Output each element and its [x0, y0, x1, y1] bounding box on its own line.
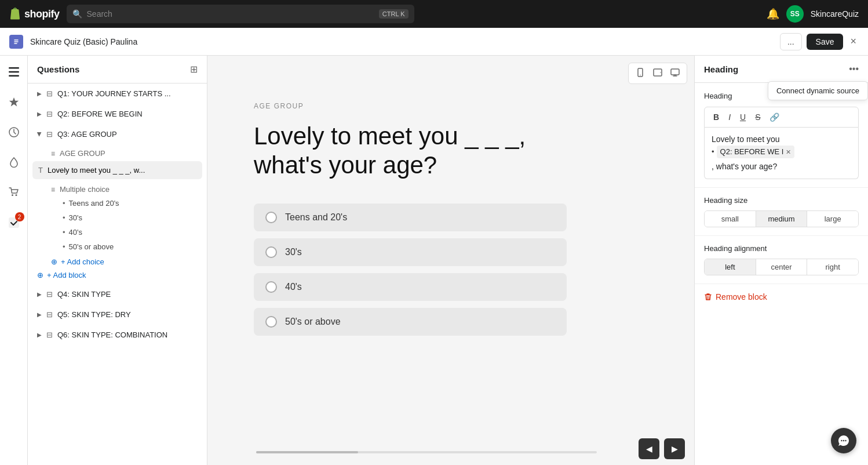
heading-active-item[interactable]: T Lovely to meet you _ _ _, w... [32, 161, 202, 179]
multiple-choice-label: Multiple choice [60, 185, 110, 194]
choice-option-50s[interactable]: 50's or above [254, 308, 567, 336]
user-avatar[interactable]: SS [786, 5, 804, 23]
notifications-icon[interactable]: 🔔 [767, 8, 779, 20]
more-options-button[interactable]: ... [780, 33, 802, 50]
expand-panel-icon[interactable]: ⊞ [190, 64, 198, 75]
question-item-q5[interactable]: ▶ ⊟ Q5: SKIN TYPE: DRY [28, 304, 207, 325]
scrollbar-thumb [256, 451, 358, 453]
right-panel-more-icon[interactable]: ••• [849, 64, 859, 74]
shopify-wordmark: shopify [24, 8, 60, 20]
next-nav-button[interactable]: ▶ [664, 438, 685, 459]
questions-scroll-area[interactable]: ▶ ⊟ Q1: YOUR JOURNEY STARTS ... ▶ ⊟ Q2: … [28, 83, 207, 463]
svg-point-15 [843, 440, 844, 441]
right-panel: Heading ••• Connect dynamic source Headi… [694, 56, 868, 465]
connect-dynamic-tooltip[interactable]: Connect dynamic source [768, 81, 868, 100]
choice-text-50s: 50's or above [285, 317, 341, 327]
strikethrough-button[interactable]: S [752, 111, 763, 123]
shopify-logo: shopify [9, 8, 60, 20]
chevron-right-icon: ▶ [37, 90, 42, 97]
align-center-button[interactable]: center [756, 259, 808, 275]
link-button[interactable]: 🔗 [767, 111, 782, 123]
svg-point-16 [845, 440, 846, 441]
choice-text-40s: 40's [285, 282, 302, 292]
sub-header: Skincare Quiz (Basic) Paulina ... Save × [0, 28, 868, 56]
sidebar-item-check[interactable]: 2 [5, 213, 23, 232]
svg-rect-12 [671, 69, 679, 75]
remove-block-button[interactable]: Remove block [695, 284, 868, 310]
question-item-q6[interactable]: ▶ ⊟ Q6: SKIN TYPE: COMBINATION [28, 325, 207, 345]
choice-option-teens[interactable]: Teens and 20's [254, 204, 567, 231]
radio-button [265, 316, 277, 328]
sidebar-item-analytics[interactable] [5, 123, 23, 141]
badge-count: 2 [15, 212, 24, 221]
sidebar-item-star[interactable] [5, 93, 23, 111]
choice-item-teens: Teens and 20's [63, 196, 207, 210]
plus-icon: ⊕ [37, 271, 43, 279]
section-icon: ≡ [51, 150, 55, 158]
q5-label: Q5: SKIN TYPE: DRY [57, 310, 131, 319]
dynamic-tag[interactable]: Q2: BEFORE WE I ✕ [717, 146, 795, 158]
search-placeholder: Search [87, 9, 112, 19]
canvas-toolbar [628, 63, 687, 84]
question-item-q2[interactable]: ▶ ⊟ Q2: BEFORE WE BEGIN [28, 104, 207, 124]
app-icon [9, 35, 23, 49]
question-icon: ⊟ [46, 89, 53, 98]
rich-text-content[interactable]: Lovely to meet you • Q2: BEFORE WE I ✕ ,… [704, 128, 859, 179]
tag-remove-icon[interactable]: ✕ [786, 147, 791, 157]
underline-button[interactable]: U [737, 111, 749, 123]
bold-button[interactable]: B [710, 111, 722, 123]
heading-size-section: Heading size small medium large [695, 188, 868, 236]
canvas-area: AGE GROUP Lovely to meet you _ _ _, what… [207, 56, 694, 465]
chevron-right-icon: ▶ [37, 291, 42, 297]
search-bar[interactable]: 🔍 Search CTRL K [67, 5, 414, 23]
sidebar-item-cart[interactable] [5, 183, 23, 202]
size-large-button[interactable]: large [807, 211, 858, 227]
q3-header[interactable]: ▶ ⊟ Q3: AGE GROUP [28, 124, 207, 144]
chevron-down-icon: ▶ [37, 132, 43, 137]
choice-text-teens: Teens and 20's [285, 212, 347, 223]
align-left-button[interactable]: left [705, 259, 756, 275]
add-block-button[interactable]: ⊕ + Add block [37, 271, 198, 279]
prev-nav-button[interactable]: ◀ [639, 438, 659, 459]
add-choice-button[interactable]: ⊕ + Add choice [51, 257, 198, 266]
size-small-button[interactable]: small [705, 211, 756, 227]
close-button[interactable]: × [848, 33, 859, 50]
question-icon: ⊟ [46, 310, 53, 319]
svg-point-14 [841, 440, 842, 441]
save-button[interactable]: Save [807, 34, 844, 50]
chat-bubble-button[interactable] [831, 428, 856, 453]
mobile-view-button[interactable] [633, 66, 647, 81]
q3-label: Q3: AGE GROUP [57, 130, 117, 139]
multiple-choice-section[interactable]: ≡ Multiple choice [28, 180, 207, 196]
chevron-right-icon: ▶ [37, 332, 42, 338]
shopify-bag-icon [9, 8, 21, 20]
q2-label: Q2: BEFORE WE BEGIN [57, 110, 143, 118]
radio-button [265, 281, 277, 293]
text-icon: T [38, 166, 43, 175]
choice-option-30s[interactable]: 30's [254, 238, 567, 266]
align-right-button[interactable]: right [807, 259, 858, 275]
sidebar-item-menu[interactable] [5, 63, 23, 81]
canvas-section-label: AGE GROUP [254, 102, 304, 110]
choice-option-40s[interactable]: 40's [254, 273, 567, 301]
desktop-view-button[interactable] [668, 66, 682, 81]
question-icon: ⊟ [46, 130, 53, 139]
heading-alignment-section: Heading alignment left center right [695, 236, 868, 284]
questions-panel-header: Questions ⊞ [28, 56, 207, 83]
question-icon: ⊟ [46, 330, 53, 339]
store-name: SkincareQuiz [811, 9, 859, 19]
heading-item-label: Lovely to meet you _ _ _, w... [48, 166, 145, 175]
remove-block-label: Remove block [716, 292, 767, 301]
svg-point-9 [640, 75, 640, 75]
question-item-q4[interactable]: ▶ ⊟ Q4: SKIN TYPE [28, 284, 207, 304]
italic-button[interactable]: I [725, 111, 734, 123]
age-group-section[interactable]: ≡ AGE GROUP [28, 144, 207, 160]
svg-point-11 [660, 72, 661, 72]
size-medium-button[interactable]: medium [756, 211, 808, 227]
tablet-view-button[interactable] [651, 66, 665, 81]
sidebar-item-drops[interactable] [5, 153, 23, 172]
horizontal-scrollbar[interactable] [256, 451, 597, 453]
question-item-q1[interactable]: ▶ ⊟ Q1: YOUR JOURNEY STARTS ... [28, 83, 207, 104]
question-item-q3-expanded: ▶ ⊟ Q3: AGE GROUP ≡ AGE GROUP T Lovely t… [28, 124, 207, 279]
choice-options-list: Teens and 20's 30's 40's 50's or above [254, 204, 567, 343]
